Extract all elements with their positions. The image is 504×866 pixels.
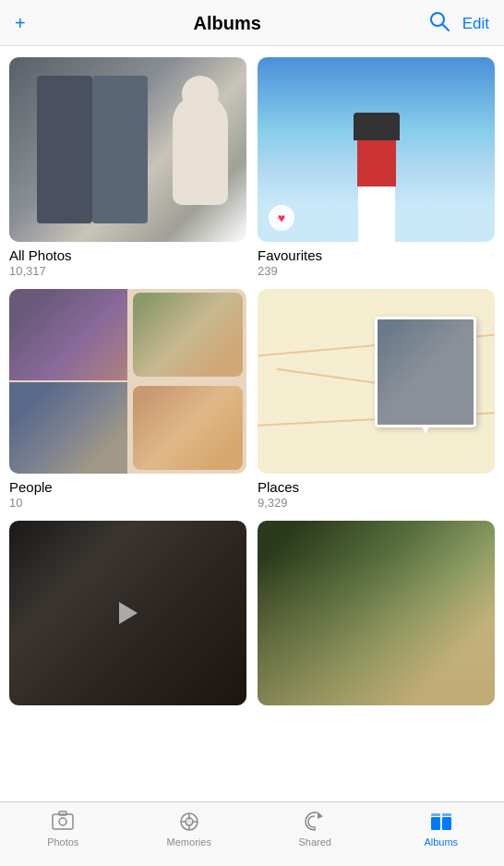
photos-tab-icon [51,810,75,834]
svg-rect-4 [59,812,66,815]
edit-button[interactable]: Edit [462,15,489,33]
album-thumb-favourites: ♥ [258,57,495,242]
lighthouse-top [354,113,400,140]
search-button[interactable] [429,11,450,36]
svg-rect-10 [431,813,440,816]
add-button[interactable]: + [15,13,26,34]
album-count-places: 9,329 [258,496,495,510]
svg-point-3 [59,818,66,825]
album-item-family[interactable] [258,521,495,705]
album-thumb-all-photos [9,57,246,242]
album-count-people: 10 [9,496,246,510]
tab-bar: Photos Memories Shared Albums [0,801,504,866]
album-item-people[interactable]: People 10 [9,289,246,510]
tab-photos-label: Photos [47,836,78,848]
album-count-favourites: 239 [258,264,495,278]
tab-shared-label: Shared [299,836,331,848]
album-name-places: Places [258,479,495,495]
album-thumb-places [258,289,495,474]
album-item-places[interactable]: Places 9,329 [258,289,495,510]
people-cell-3 [9,382,127,474]
album-name-favourites: Favourites [258,247,495,263]
album-thumb-people [9,289,246,474]
svg-line-1 [442,25,449,31]
albums-grid-container: All Photos 10,317 ♥ Favourites 239 Peopl… [0,46,504,796]
album-item-videos[interactable] [9,521,246,705]
search-icon [429,11,450,31]
people-cell-2 [133,293,244,377]
tab-albums-label: Albums [424,836,458,848]
album-thumb-videos [9,521,246,705]
albums-grid: All Photos 10,317 ♥ Favourites 239 Peopl… [9,57,495,705]
album-thumb-family [258,521,495,705]
tab-albums[interactable]: Albums [378,810,505,848]
album-name-all-photos: All Photos [9,247,246,263]
lighthouse-red [357,140,396,186]
svg-rect-9 [442,817,451,830]
shared-tab-icon [303,810,327,834]
album-item-favourites[interactable]: ♥ Favourites 239 [258,57,495,278]
svg-rect-11 [442,813,451,816]
tab-photos[interactable]: Photos [0,810,126,848]
heart-icon: ♥ [269,205,294,231]
header: + Albums Edit [0,0,504,46]
tab-memories[interactable]: Memories [126,810,253,848]
svg-rect-8 [431,817,440,830]
map-pin-photo [375,317,476,427]
tab-memories-label: Memories [167,836,211,848]
people-cell-1 [9,289,127,380]
albums-tab-icon [429,810,453,834]
svg-rect-2 [53,814,73,829]
album-count-all-photos: 10,317 [9,264,246,278]
dog-decoration [173,94,228,205]
people-cell-4 [133,386,244,470]
album-item-all-photos[interactable]: All Photos 10,317 [9,57,246,278]
page-title: Albums [194,13,261,34]
memories-tab-icon [177,810,201,834]
tab-shared[interactable]: Shared [252,810,378,848]
album-name-people: People [9,479,246,495]
